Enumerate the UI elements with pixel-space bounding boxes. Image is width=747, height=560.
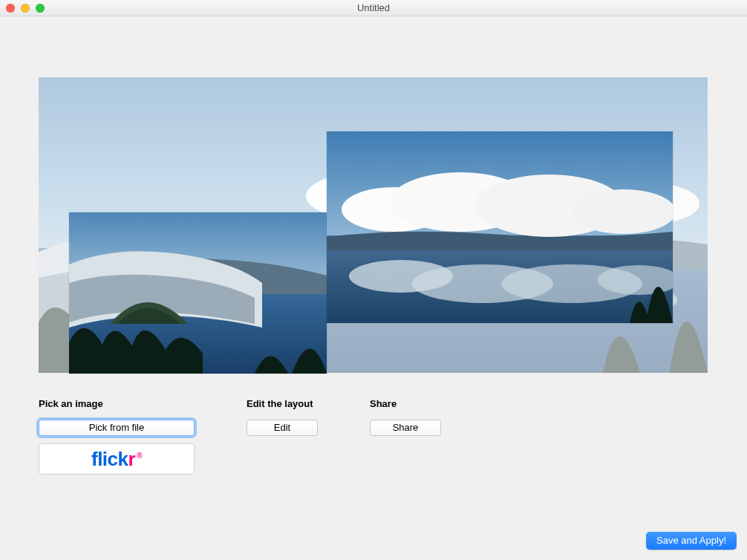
flickr-logo-icon: flickr®	[91, 448, 142, 471]
layout-tile-left[interactable]	[69, 212, 327, 374]
edit-column: Edit the layout Edit	[247, 398, 318, 436]
pick-from-flickr-button[interactable]: flickr®	[39, 443, 195, 475]
share-column: Share Share	[370, 398, 441, 436]
svg-point-16	[572, 189, 673, 234]
share-heading: Share	[370, 398, 441, 409]
close-icon[interactable]	[6, 4, 15, 13]
layout-tile-right[interactable]	[327, 131, 673, 323]
window-title: Untitled	[357, 2, 390, 13]
pick-from-file-button[interactable]: Pick from file	[39, 420, 195, 436]
minimize-icon[interactable]	[21, 4, 30, 13]
edit-heading: Edit the layout	[247, 398, 318, 409]
pick-column: Pick an image Pick from file flickr®	[39, 398, 195, 475]
window-titlebar: Untitled	[0, 0, 747, 16]
share-button[interactable]: Share	[370, 420, 441, 436]
edit-layout-button[interactable]: Edit	[247, 420, 318, 436]
pick-heading: Pick an image	[39, 398, 195, 409]
save-and-apply-button[interactable]: Save and Apply!	[646, 532, 737, 550]
window-controls	[6, 4, 45, 13]
zoom-icon[interactable]	[36, 4, 45, 13]
app-stage: Pick an image Pick from file flickr® Edi…	[0, 16, 747, 560]
controls-row: Pick an image Pick from file flickr® Edi…	[39, 398, 708, 475]
